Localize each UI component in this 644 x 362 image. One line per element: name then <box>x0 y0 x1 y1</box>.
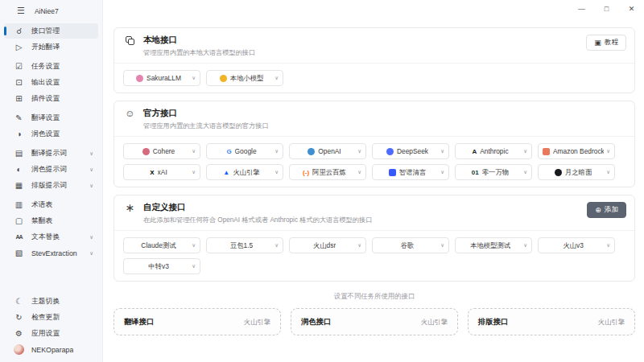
interface-dropdown-openai[interactable]: OpenAI∨ <box>289 143 366 159</box>
close-button[interactable]: ✕ <box>619 0 644 18</box>
task-card-translate-interface[interactable]: 翻译接口火山引擎 <box>114 308 281 335</box>
sidebar-item-no-translate-list[interactable]: ▢禁翻表 <box>4 213 98 228</box>
sidebar-item-theme-toggle[interactable]: ☾主题切换 <box>4 294 98 309</box>
sidebar-item-start-translate[interactable]: ▷开始翻译 <box>4 39 98 55</box>
task-section-caption: 设置不同任务所使用的接口 <box>114 292 635 301</box>
interface-dropdown-zhongzhuan-v3[interactable]: 中转v3∨ <box>123 258 200 274</box>
polish-icon: ◑ <box>14 130 24 138</box>
interface-dropdown-xai[interactable]: XxAI∨ <box>123 164 200 180</box>
sidebar-item-stev-extraction[interactable]: ▧StevExtraction∨ <box>4 245 98 261</box>
interface-name: 本地模型测试 <box>470 241 510 250</box>
menu-icon[interactable]: ☰ <box>17 6 25 16</box>
translate-prompt-icon: ▤ <box>14 149 24 158</box>
interface-name: xAI <box>158 168 167 176</box>
chevron-down-icon: ∨ <box>523 148 527 154</box>
sidebar-group: ▥术语表▢禁翻表AA文本替换∨▧StevExtraction∨ <box>0 197 102 261</box>
interface-dropdown-doubao-1-5[interactable]: 豆包1.5∨ <box>206 237 283 253</box>
interface-dropdown-volcano-v3[interactable]: 火山v3∨ <box>538 237 615 253</box>
sidebar-item-check-update[interactable]: ↻检查更新 <box>4 310 98 325</box>
sidebar-item-label: 术语表 <box>31 200 52 210</box>
maximize-button[interactable]: □ <box>594 0 619 18</box>
sidebar-item-translate-settings[interactable]: ✎翻译设置 <box>4 110 98 125</box>
volcano-engine-icon: ▲ <box>223 169 229 176</box>
interface-name: 本地小模型 <box>230 74 264 83</box>
main-area: — □ ✕ 本地接口 管理应用内置的本地大语言模型的接口 ▣ 教程 Sakura… <box>103 0 644 362</box>
interface-name: OpenAI <box>318 147 341 155</box>
chevron-down-icon: ∨ <box>192 75 196 81</box>
interface-dropdown-anthropic[interactable]: AAnthropic∨ <box>455 143 532 159</box>
sidebar-item-polish-settings[interactable]: ◑润色设置 <box>4 126 98 142</box>
local-section-subtitle: 管理应用内置的本地大语言模型的接口 <box>143 48 625 57</box>
plugin-icon: ⊞ <box>14 94 24 103</box>
interface-dropdown-cohere[interactable]: Cohere∨ <box>123 143 200 159</box>
sidebar-item-interface-management[interactable]: ☌接口管理 <box>4 23 98 39</box>
sidebar-item-translate-prompts[interactable]: ▤翻译提示词∨ <box>4 146 98 161</box>
sidebar-item-polish-prompts[interactable]: ◐润色提示词∨ <box>4 162 98 177</box>
sidebar-item-glossary[interactable]: ▥术语表 <box>4 197 98 212</box>
official-card-header: ☺ 官方接口 管理应用内置的主流大语言模型的官方接口 <box>114 101 634 136</box>
sidebar-item-label: NEKOparapa <box>31 346 73 354</box>
sidebar-item-label: 润色设置 <box>31 130 60 139</box>
sidebar-item-label: 开始翻译 <box>31 43 60 52</box>
interface-dropdown-local-small-model[interactable]: 本地小模型∨ <box>206 70 283 86</box>
interface-dropdown-sakurallm[interactable]: SakuraLLM∨ <box>123 70 200 86</box>
interface-name: 智谱清言 <box>399 168 427 177</box>
interface-dropdown-moonshot[interactable]: 月之暗面∨ <box>538 164 615 180</box>
sidebar-item-text-replace[interactable]: AA文本替换∨ <box>4 229 98 245</box>
interface-dropdown-aliyun-bailian[interactable]: (-)阿里云百炼∨ <box>289 164 366 180</box>
sidebar-item-label: 应用设置 <box>31 329 60 339</box>
interface-dropdown-volcano-engine[interactable]: ▲火山引擎∨ <box>206 164 283 180</box>
add-icon: ⊕ <box>595 206 601 214</box>
sidebar-item-task-settings[interactable]: ☑任务设置 <box>4 59 98 74</box>
chevron-down-icon: ∨ <box>89 167 93 173</box>
polish-prompt-icon: ◐ <box>14 165 24 174</box>
sidebar-item-plugin-settings[interactable]: ⊞插件设置 <box>4 91 98 106</box>
interface-name: Claude测试 <box>141 241 175 250</box>
interface-dropdown-local-model-test[interactable]: 本地模型测试∨ <box>455 237 532 253</box>
interface-dropdown-claude-test[interactable]: Claude测试∨ <box>123 237 200 253</box>
interface-dropdown-01ai[interactable]: 01零一万物∨ <box>455 164 532 180</box>
interface-dropdown-amazon-bedrock[interactable]: Amazon Bedrock∨ <box>538 143 615 159</box>
chevron-down-icon: ∨ <box>275 169 279 175</box>
task-interface-row: 翻译接口火山引擎润色接口火山引擎排版接口火山引擎 <box>114 308 635 335</box>
chevron-down-icon: ∨ <box>89 150 93 157</box>
chevron-down-icon: ∨ <box>89 183 93 189</box>
interface-dropdown-deepseek[interactable]: DeepSeek∨ <box>372 143 449 159</box>
local-interface-card: 本地接口 管理应用内置的本地大语言模型的接口 ▣ 教程 SakuraLLM∨本地… <box>114 27 635 93</box>
sidebar-item-user-nekoparapa[interactable]: NEKOparapa <box>4 342 98 357</box>
text-replace-icon: AA <box>14 234 24 240</box>
sidebar-item-label: 翻译设置 <box>31 113 60 123</box>
local-section-title: 本地接口 <box>143 35 625 46</box>
task-card-polish-interface[interactable]: 润色接口火山引擎 <box>291 308 458 335</box>
chevron-down-icon: ∨ <box>275 242 279 249</box>
output-icon: ⊡ <box>14 78 24 87</box>
task-card-layout-interface[interactable]: 排版接口火山引擎 <box>468 308 635 335</box>
local-card-header: 本地接口 管理应用内置的本地大语言模型的接口 <box>114 28 634 63</box>
tutorial-button[interactable]: ▣ 教程 <box>586 35 626 51</box>
official-interface-list: Cohere∨GGoogle∨OpenAI∨DeepSeek∨AAnthropi… <box>114 137 634 187</box>
interface-name: Anthropic <box>480 147 508 155</box>
interface-dropdown-volcano-dsr[interactable]: 火山dsr∨ <box>289 237 366 253</box>
local-interface-icon <box>124 35 136 47</box>
interface-dropdown-guge[interactable]: 谷歌∨ <box>372 237 449 253</box>
xai-icon: X <box>150 169 154 176</box>
sidebar-item-layout-prompts[interactable]: ▦排版提示词∨ <box>4 178 98 193</box>
task-card-value: 火山引擎 <box>421 318 448 327</box>
sidebar-item-app-settings[interactable]: ⚙应用设置 <box>4 326 98 341</box>
custom-interface-icon: ∗ <box>124 202 136 213</box>
tutorial-icon: ▣ <box>594 39 601 47</box>
play-icon: ▷ <box>14 43 24 51</box>
chevron-down-icon: ∨ <box>357 242 361 249</box>
sidebar-item-label: 接口管理 <box>31 27 60 36</box>
sidebar-group: ▤翻译提示词∨◐润色提示词∨▦排版提示词∨ <box>0 146 102 193</box>
interface-name: 火山dsr <box>313 241 336 250</box>
sidebar-item-label: 润色提示词 <box>31 165 67 175</box>
minimize-button[interactable]: — <box>569 0 594 18</box>
add-interface-button[interactable]: ⊕ 添加 <box>587 202 626 218</box>
interface-dropdown-zhipu[interactable]: 智谱清言∨ <box>372 164 449 180</box>
sidebar-group: ☑任务设置⊡输出设置⊞插件设置 <box>0 59 102 106</box>
sidebar-item-output-settings[interactable]: ⊡输出设置 <box>4 75 98 90</box>
task-card-value: 火山引擎 <box>244 318 271 327</box>
chevron-down-icon: ∨ <box>275 75 279 81</box>
interface-dropdown-google[interactable]: GGoogle∨ <box>206 143 283 159</box>
